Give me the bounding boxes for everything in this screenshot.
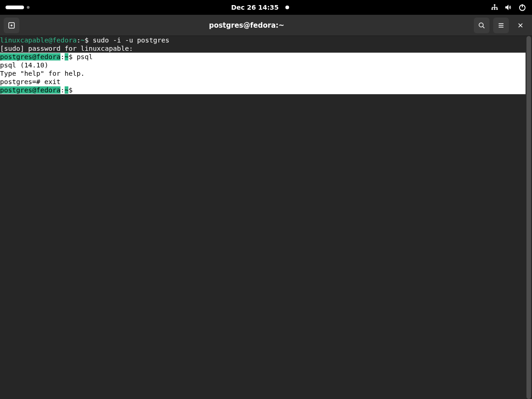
- search-button[interactable]: [474, 18, 490, 33]
- volume-icon[interactable]: [504, 3, 513, 12]
- notification-dot-icon: [285, 6, 289, 9]
- menu-button[interactable]: [493, 18, 509, 33]
- terminal-window: postgres@fedora:~ linuxcapable@fedora:~$…: [0, 15, 532, 399]
- svg-line-15: [483, 26, 484, 28]
- selection-block: postgres@fedora:~$ psql psql (14.10) Typ…: [0, 53, 526, 94]
- network-icon[interactable]: [490, 3, 499, 12]
- terminal-line: postgres=# exit: [0, 78, 526, 86]
- window-headerbar: postgres@fedora:~: [0, 15, 532, 36]
- scrollbar-thumb[interactable]: [526, 36, 531, 399]
- svg-rect-0: [494, 4, 496, 6]
- terminal-line: postgres@fedora:~$ psql: [0, 53, 526, 61]
- terminal-line: Type "help" for help.: [0, 69, 526, 78]
- clock-label: Dec 26 14:35: [231, 4, 278, 11]
- activities-pill-icon: [6, 6, 24, 9]
- command-text: psql: [73, 53, 93, 60]
- window-title: postgres@fedora:~: [19, 21, 474, 30]
- close-button[interactable]: [513, 18, 528, 33]
- scrollbar[interactable]: [526, 36, 532, 399]
- prompt-user: linuxcapable@fedora: [0, 36, 77, 44]
- prompt-user: postgres@fedora: [0, 53, 60, 60]
- terminal-viewport[interactable]: linuxcapable@fedora:~$ sudo -i -u postgr…: [0, 36, 532, 399]
- terminal-line: psql (14.10): [0, 61, 526, 69]
- prompt-sep: :: [60, 53, 65, 60]
- terminal-line: [sudo] password for linuxcapable:: [0, 44, 526, 53]
- terminal-line: postgres@fedora:~$: [0, 86, 526, 94]
- svg-rect-8: [497, 7, 498, 9]
- power-icon[interactable]: [518, 3, 526, 12]
- prompt-dollar: $: [68, 53, 73, 60]
- activities-area[interactable]: [6, 6, 30, 9]
- workspace-dot-icon: [27, 6, 30, 9]
- terminal-content: linuxcapable@fedora:~$ sudo -i -u postgr…: [0, 36, 526, 94]
- system-tray[interactable]: [490, 3, 526, 12]
- prompt-dollar: $: [85, 36, 89, 44]
- new-tab-button[interactable]: [4, 18, 19, 33]
- terminal-line: linuxcapable@fedora:~$ sudo -i -u postgr…: [0, 36, 526, 44]
- svg-point-14: [479, 23, 483, 27]
- command-text: sudo -i -u postgres: [89, 36, 169, 44]
- cursor-rest: [73, 86, 77, 94]
- prompt-sep: :: [77, 36, 81, 44]
- prompt-sep: :: [60, 86, 65, 94]
- clock-area[interactable]: Dec 26 14:35: [231, 4, 289, 11]
- prompt-dollar: $: [68, 86, 73, 94]
- svg-rect-6: [492, 7, 493, 9]
- gnome-topbar: Dec 26 14:35: [0, 0, 532, 15]
- prompt-user: postgres@fedora: [0, 86, 60, 94]
- svg-rect-7: [494, 7, 495, 9]
